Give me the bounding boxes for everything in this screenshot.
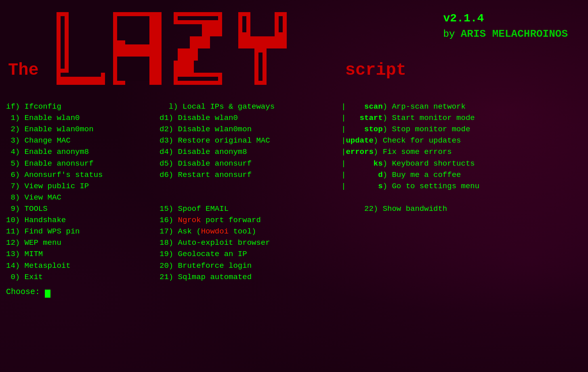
svg-rect-13 [190,36,210,48]
menu-item-6: 6) Anonsurf's status [6,169,160,181]
menu-item-d-coffee: | d) Buy me a coffee [341,169,582,181]
menu-item-blank2 [160,192,341,203]
menu-item-l: l) Local IPs & gateways [160,101,341,112]
menu-container: if) Ifconfig 1) Enable wlan0 2) Enable w… [4,101,584,298]
svg-rect-12 [202,24,222,36]
author-line: by ARIS MELACHROINOS [443,28,568,40]
menu-item-2: 2) Enable wlan0mon [6,124,160,135]
script-word: script [345,61,406,80]
menu-item-16: 16) Ngrok port forward [160,214,341,226]
menu-item-blank4 [341,214,582,226]
svg-rect-9 [117,57,149,81]
menu-col1: if) Ifconfig 1) Enable wlan0 2) Enable w… [6,101,160,283]
menu-item-1: 1) Enable wlan0 [6,112,160,124]
svg-rect-14 [178,48,198,61]
menu-item-blank7 [341,248,582,260]
menu-item-17: 17) Ask (Howdoi tool) [160,226,341,237]
menu-item-blank3 [341,192,582,203]
menu-item-14: 14) Metasploit [6,260,160,271]
author-name: ARIS MELACHROINOS [461,28,568,40]
menu-item-scan: | scan) Arp-scan network [341,101,582,112]
menu-item-errors: |errors) Fix some errors [341,146,582,158]
title-area: The scri [4,8,584,97]
svg-rect-17 [178,77,218,81]
menu-item-d1: d1) Disable wlan0 [160,112,341,124]
the-word: The [8,61,39,80]
svg-rect-7 [113,44,162,57]
menu-item-blank8 [341,260,582,271]
menu-item-12: 12) WEP menu [6,237,160,248]
svg-rect-16 [178,16,218,20]
menu-item-3: 3) Change MAC [6,135,160,146]
menu-item-22: 22) Show bandwidth [341,203,582,214]
menu-item-19: 19) Geolocate an IP [160,248,341,260]
menu-item-blank1 [160,181,341,192]
menu-item-5: 5) Enable anonsurf [6,158,160,169]
menu-item-d2: d2) Disable wlan0mon [160,124,341,135]
menu-item-0: 0) Exit [6,271,160,283]
menu-item-18: 18) Auto-exploit browser [160,237,341,248]
svg-rect-24 [258,53,262,81]
menu-item-d3: d3) Restore original MAC [160,135,341,146]
menu-item-s: | s) Go to settings menu [341,181,582,192]
menu-item-d5: d5) Disable anonsurf [160,158,341,169]
menu-item-21: 21) Sqlmap automated [160,271,341,283]
menu-item-if: if) Ifconfig [6,101,160,112]
menu-item-4: 4) Enable anonym8 [6,146,160,158]
menu-item-20: 20) Bruteforce login [160,260,341,271]
menu-item-9: 9) TOOLS [6,203,160,214]
choose-label: Choose: [6,287,40,296]
by-label: by [443,29,455,40]
menu-item-7: 7) View public IP [6,181,160,192]
menu-item-start: | start) Start monitor mode [341,112,582,124]
menu-item-blank9 [341,271,582,283]
menu-item-15: 15) Spoof EMAIL [160,203,341,214]
svg-rect-2 [61,16,65,69]
menu-grid: if) Ifconfig 1) Enable wlan0 2) Enable w… [6,101,582,283]
lazy-logo [57,12,295,93]
menu-item-blank5 [341,226,582,237]
version-area: v2.1.4 by ARIS MELACHROINOS [443,12,568,40]
menu-item-update: |update) Check for updates [341,135,582,146]
menu-col3: | scan) Arp-scan network | start) Start … [341,101,582,283]
menu-item-blank6 [341,237,582,248]
cursor [45,290,50,298]
menu-item-10: 10) Handshake [6,214,160,226]
menu-item-8: 8) View MAC [6,192,160,203]
version-text: v2.1.4 [443,12,568,25]
menu-item-ks: | ks) Keyboard shortucts [341,158,582,169]
menu-item-stop: | stop) Stop monitor mode [341,124,582,135]
svg-rect-15 [174,61,194,73]
svg-rect-3 [61,73,101,77]
svg-rect-22 [242,16,246,32]
menu-item-d4: d4) Disable anonym8 [160,146,341,158]
svg-rect-21 [238,36,287,48]
svg-rect-23 [279,16,283,32]
svg-rect-8 [117,16,149,40]
choose-prompt: Choose: [6,286,582,298]
menu-item-d6: d6) Restart anonsurf [160,169,341,181]
menu-item-13: 13) MITM [6,248,160,260]
menu-col2: l) Local IPs & gateways d1) Disable wlan… [160,101,341,283]
menu-item-11: 11) Find WPS pin [6,226,160,237]
